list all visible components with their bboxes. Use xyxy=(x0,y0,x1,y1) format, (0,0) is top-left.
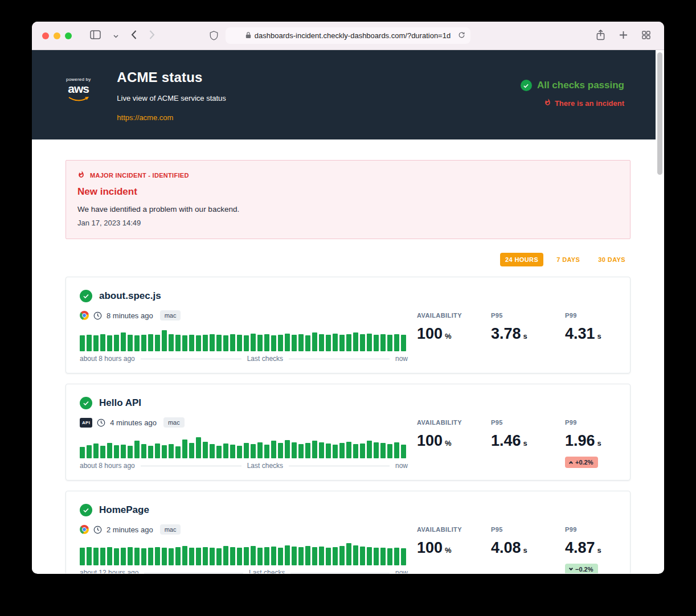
chevron-down-icon xyxy=(113,31,118,40)
share-button[interactable] xyxy=(593,27,608,44)
result-bar xyxy=(264,547,269,565)
axis-mid-label: Last checks xyxy=(247,355,283,363)
axis-mid-label: Last checks xyxy=(249,569,285,573)
result-bar xyxy=(141,548,146,565)
result-bar xyxy=(155,443,160,458)
clock-icon xyxy=(93,311,102,320)
result-bar xyxy=(271,441,276,458)
result-bar xyxy=(121,445,126,458)
result-bar xyxy=(223,443,228,458)
result-bar xyxy=(257,335,263,351)
result-bar xyxy=(230,334,235,351)
result-bar xyxy=(312,332,317,351)
check-last-run: 2 minutes ago xyxy=(107,525,153,534)
new-tab-button[interactable] xyxy=(616,29,631,43)
duration-tab[interactable]: 24 HOURS xyxy=(500,253,543,266)
result-bar xyxy=(401,548,406,565)
result-bar xyxy=(394,334,399,351)
aws-logo-text: aws xyxy=(66,83,91,95)
incident-link[interactable]: There is an incident xyxy=(521,98,624,108)
check-results-chart[interactable] xyxy=(80,328,408,351)
tab-group-menu-button[interactable] xyxy=(110,29,122,42)
trend-badge: +0.2% xyxy=(565,457,598,468)
result-bar xyxy=(278,443,283,458)
duration-tab[interactable]: 7 DAYS xyxy=(551,253,585,266)
result-bar xyxy=(223,546,228,565)
metric-p95: P95 1.46s xyxy=(491,419,540,450)
browser-toolbar: dashboards-incident.checkly-dashboards.c… xyxy=(32,22,664,50)
result-bar xyxy=(182,440,187,458)
result-bar xyxy=(189,335,194,351)
result-bar xyxy=(223,335,228,351)
check-name: about.spec.js xyxy=(99,290,161,302)
api-badge: API xyxy=(80,418,92,428)
result-bar xyxy=(346,543,351,565)
result-bar xyxy=(216,335,222,351)
back-button[interactable] xyxy=(128,28,140,43)
result-bar xyxy=(114,335,119,351)
p95-value: 1.46 xyxy=(491,432,521,449)
tab-overview-button[interactable] xyxy=(638,28,654,43)
address-bar[interactable]: dashboards-incident.checkly-dashboards.c… xyxy=(226,27,470,44)
result-bar xyxy=(326,443,331,458)
result-bar xyxy=(134,548,140,565)
result-bar xyxy=(189,548,194,565)
close-window-button[interactable] xyxy=(42,32,49,39)
result-bar xyxy=(162,548,167,565)
sidebar-icon xyxy=(90,30,101,41)
result-bar xyxy=(169,548,174,565)
result-bar xyxy=(387,444,392,458)
check-results-chart[interactable] xyxy=(80,543,408,565)
p95-label: P95 xyxy=(491,419,540,426)
result-bar xyxy=(93,443,99,458)
status-page: powered by aws ACME status Live view of … xyxy=(32,50,664,573)
result-bar xyxy=(175,446,181,458)
p99-label: P99 xyxy=(565,312,614,319)
availability-label: AVAILABILITY xyxy=(417,526,466,533)
check-last-run: 4 minutes ago xyxy=(110,418,157,427)
p95-value: 3.78 xyxy=(491,325,521,342)
result-bar xyxy=(264,445,269,458)
check-passing-icon xyxy=(80,290,92,302)
result-bar xyxy=(80,447,85,458)
check-results-chart[interactable] xyxy=(80,436,408,458)
result-bar xyxy=(326,335,331,351)
check-circle-icon xyxy=(521,80,532,91)
result-bar xyxy=(148,548,153,565)
site-link[interactable]: https://acme.com xyxy=(117,113,226,122)
duration-tabs: 24 HOURS7 DAYS30 DAYS xyxy=(65,253,631,266)
result-bar xyxy=(169,444,174,458)
p99-value: 1.96 xyxy=(565,432,595,449)
result-bar xyxy=(100,548,105,565)
flame-icon xyxy=(544,98,551,108)
result-bar xyxy=(114,548,119,565)
forward-button[interactable] xyxy=(146,28,158,43)
result-bar xyxy=(251,546,256,565)
scrollbar-thumb[interactable] xyxy=(657,52,662,175)
result-bar xyxy=(203,442,208,458)
p99-value: 4.31 xyxy=(565,325,595,342)
axis-line xyxy=(289,359,390,359)
duration-tab[interactable]: 30 DAYS xyxy=(593,253,631,266)
result-bar xyxy=(394,548,399,565)
p99-unit: s xyxy=(597,439,601,447)
sidebar-toggle-button[interactable] xyxy=(87,28,104,43)
result-bar xyxy=(128,547,133,565)
result-bar xyxy=(367,547,372,565)
result-bar xyxy=(333,445,338,458)
reload-button[interactable] xyxy=(458,31,465,40)
result-bar xyxy=(353,444,358,458)
site-header: powered by aws ACME status Live view of … xyxy=(32,50,656,139)
result-bar xyxy=(216,446,222,458)
result-bar xyxy=(360,443,365,458)
metric-p99: P99 4.87s −0.2% xyxy=(565,526,614,573)
availability-unit: % xyxy=(445,332,452,340)
result-bar xyxy=(387,548,392,565)
privacy-shield-icon[interactable] xyxy=(210,31,218,42)
result-bar xyxy=(312,547,317,565)
zoom-window-button[interactable] xyxy=(65,32,72,39)
p95-label: P95 xyxy=(491,526,540,533)
minimize-window-button[interactable] xyxy=(54,32,60,39)
axis-line xyxy=(144,573,243,573)
result-bar xyxy=(182,335,187,351)
